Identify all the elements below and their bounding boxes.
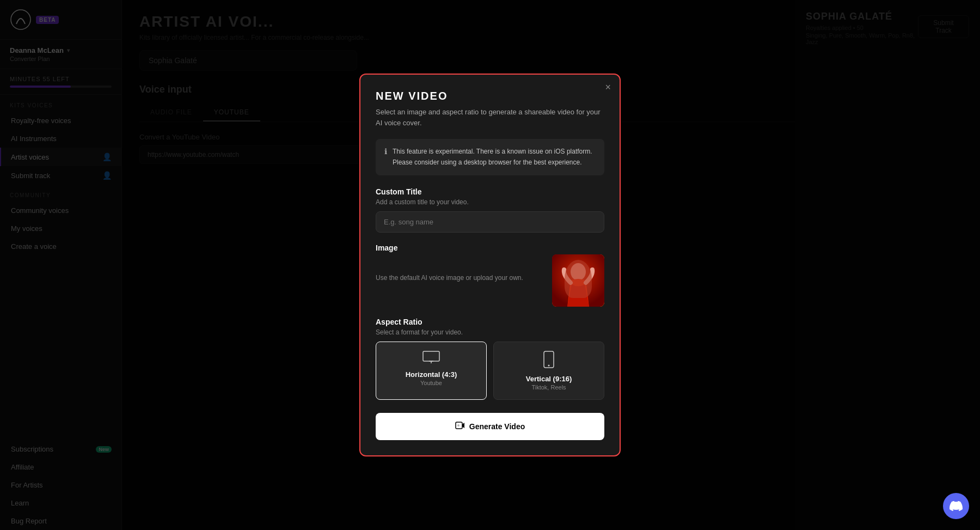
horizontal-sub: Youtube	[385, 380, 477, 386]
aspect-ratio-label: Aspect Ratio	[376, 318, 604, 326]
discord-icon	[950, 499, 963, 513]
artist-portrait-icon	[552, 254, 604, 307]
modal-close-button[interactable]: ×	[605, 82, 611, 92]
aspect-vertical-option[interactable]: Vertical (9:16) Tiktok, Reels	[493, 342, 604, 400]
info-icon: ℹ	[384, 147, 387, 167]
image-label: Image	[376, 243, 604, 252]
generate-video-button[interactable]: Generate Video	[376, 413, 604, 440]
generate-btn-label: Generate Video	[469, 422, 525, 431]
warning-text: This feature is experimental. There is a…	[393, 147, 596, 167]
artist-image[interactable]	[552, 254, 604, 307]
phone-icon	[503, 351, 595, 371]
modal-title: NEW VIDEO	[376, 90, 604, 102]
aspect-horizontal-option[interactable]: Horizontal (4:3) Youtube	[376, 342, 487, 400]
modal-subtitle: Select an image and aspect ratio to gene…	[376, 107, 604, 128]
monitor-icon	[385, 351, 477, 367]
modal-overlay: × NEW VIDEO Select an image and aspect r…	[0, 0, 980, 530]
svg-point-2	[571, 263, 586, 281]
custom-title-desc: Add a custom title to your video.	[376, 198, 604, 206]
custom-title-input[interactable]	[376, 211, 604, 233]
image-desc: Use the default AI voice image or upload…	[376, 274, 543, 282]
horizontal-label: Horizontal (4:3)	[385, 370, 477, 379]
svg-point-9	[457, 424, 460, 427]
svg-point-7	[548, 364, 550, 366]
aspect-ratio-desc: Select a format for your video.	[376, 328, 604, 336]
vertical-sub: Tiktok, Reels	[503, 384, 595, 391]
aspect-ratio-field: Aspect Ratio Select a format for your vi…	[376, 318, 604, 400]
custom-title-field: Custom Title Add a custom title to your …	[376, 187, 604, 233]
new-video-modal: × NEW VIDEO Select an image and aspect r…	[359, 74, 621, 456]
image-field: Image Use the default AI voice image or …	[376, 243, 604, 307]
discord-button[interactable]	[943, 493, 969, 519]
svg-rect-3	[423, 351, 439, 361]
video-icon	[455, 421, 465, 432]
aspect-options: Horizontal (4:3) Youtube Vertical (9:16)…	[376, 342, 604, 400]
custom-title-label: Custom Title	[376, 187, 604, 196]
modal-warning: ℹ This feature is experimental. There is…	[376, 139, 604, 175]
vertical-label: Vertical (9:16)	[503, 375, 595, 383]
